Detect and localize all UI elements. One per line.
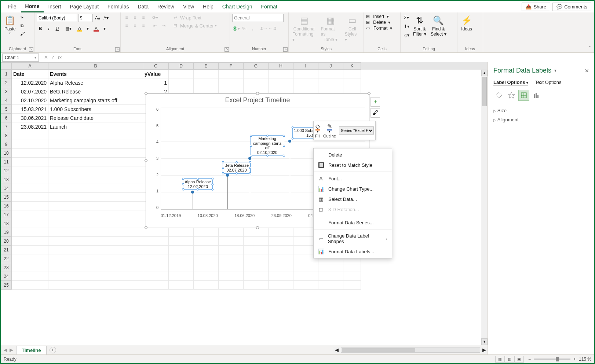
ctx-delete[interactable]: Delete xyxy=(314,150,392,160)
row-header[interactable]: 25 xyxy=(1,281,12,290)
clipboard-launcher[interactable]: ↘ xyxy=(29,47,33,52)
cell[interactable] xyxy=(48,228,143,237)
column-header[interactable]: E xyxy=(194,62,219,70)
cell[interactable]: Release Candidate xyxy=(48,114,143,122)
cell[interactable] xyxy=(12,281,48,290)
cell[interactable]: 02.10.2020 xyxy=(12,96,48,105)
chart-title[interactable]: Excel Project Timeline xyxy=(146,93,369,107)
cell[interactable] xyxy=(194,281,219,290)
cell[interactable]: Marketing campaign starts off xyxy=(48,96,143,105)
column-header[interactable]: I xyxy=(293,62,318,70)
row-header[interactable]: 21 xyxy=(1,246,12,254)
bold-button[interactable]: B xyxy=(37,25,44,32)
cell[interactable]: 30.06.2021 xyxy=(12,114,48,122)
cell[interactable] xyxy=(48,184,143,193)
sort-filter-button[interactable]: ⇅Sort &Filter ▾ xyxy=(412,14,428,38)
cell[interactable] xyxy=(48,272,143,281)
cell[interactable] xyxy=(48,246,143,254)
mini-series-selector[interactable]: Series "Excel Pr xyxy=(339,126,374,135)
cell[interactable] xyxy=(269,254,293,263)
cell[interactable] xyxy=(343,272,361,281)
cell[interactable] xyxy=(12,254,48,263)
cell[interactable] xyxy=(12,263,48,272)
cell[interactable] xyxy=(343,78,361,87)
cell[interactable]: Alpha Release xyxy=(48,78,143,87)
cell[interactable] xyxy=(48,202,143,210)
sheet-nav-prev[interactable]: ◀ xyxy=(4,347,7,353)
select-all-corner[interactable] xyxy=(1,62,12,70)
cell[interactable] xyxy=(143,272,169,281)
column-header[interactable]: H xyxy=(269,62,293,70)
row-header[interactable]: 17 xyxy=(1,210,12,219)
tab-data[interactable]: Data xyxy=(133,1,153,12)
cell[interactable]: 1.000 Subscribers xyxy=(48,105,143,114)
cell[interactable] xyxy=(318,78,343,87)
formula-input[interactable] xyxy=(65,54,594,62)
cell[interactable] xyxy=(48,149,143,158)
cell[interactable] xyxy=(194,237,219,246)
cell[interactable] xyxy=(318,70,343,78)
cell[interactable] xyxy=(219,272,244,281)
cell[interactable] xyxy=(12,193,48,202)
row-header[interactable]: 14 xyxy=(1,184,12,193)
cell[interactable] xyxy=(219,237,244,246)
column-header[interactable]: A xyxy=(12,62,48,70)
column-header[interactable]: G xyxy=(244,62,269,70)
cell[interactable]: 23.08.2021 xyxy=(12,122,48,131)
cell[interactable] xyxy=(244,228,269,237)
cell[interactable]: Launch xyxy=(48,122,143,131)
cell[interactable] xyxy=(169,272,194,281)
cell[interactable] xyxy=(244,272,269,281)
chart-data-point[interactable] xyxy=(248,157,251,160)
pane-tab-text-options[interactable]: Text Options xyxy=(535,80,561,85)
decrease-font-button[interactable]: A▾ xyxy=(102,14,110,22)
cell[interactable] xyxy=(343,281,361,290)
copy-button[interactable]: ⧉ xyxy=(19,22,26,29)
cell[interactable] xyxy=(48,210,143,219)
scroll-down-button[interactable]: ▼ xyxy=(481,338,488,345)
cell[interactable] xyxy=(244,281,269,290)
ctx-format-labels[interactable]: 📊Format Data Labels... xyxy=(314,246,392,257)
cell[interactable] xyxy=(269,78,293,87)
share-button[interactable]: 📤Share xyxy=(522,3,550,11)
cell[interactable] xyxy=(269,246,293,254)
enter-formula-icon[interactable]: ✓ xyxy=(51,55,55,60)
cell[interactable] xyxy=(194,70,219,78)
row-header[interactable]: 20 xyxy=(1,237,12,246)
pane-section-alignment[interactable]: Alignment xyxy=(493,115,589,124)
pane-icon-label-options[interactable] xyxy=(531,90,542,101)
view-normal-button[interactable]: ▦ xyxy=(495,356,505,363)
chart-data-label[interactable]: Marketing campaign starts off02.10.2020 xyxy=(251,135,284,156)
number-launcher[interactable]: ↘ xyxy=(283,47,288,52)
cell[interactable] xyxy=(244,237,269,246)
row-header[interactable]: 3 xyxy=(1,87,12,96)
ctx-format-series[interactable]: Format Data Series... xyxy=(314,218,392,228)
cell[interactable] xyxy=(293,272,318,281)
column-header[interactable]: C xyxy=(143,62,169,70)
comments-button[interactable]: 💬Comments xyxy=(552,3,591,11)
cell[interactable] xyxy=(219,228,244,237)
cell[interactable] xyxy=(219,70,244,78)
cell[interactable]: yValue xyxy=(143,70,169,78)
cell[interactable] xyxy=(318,281,343,290)
cell[interactable] xyxy=(293,70,318,78)
cell[interactable] xyxy=(169,78,194,87)
row-header[interactable]: 9 xyxy=(1,140,12,149)
font-color-button[interactable]: A xyxy=(92,25,100,32)
cell[interactable] xyxy=(219,254,244,263)
cell[interactable] xyxy=(12,219,48,228)
fill-color-button[interactable]: ◇ xyxy=(76,25,83,32)
cell[interactable] xyxy=(12,202,48,210)
cell[interactable] xyxy=(48,193,143,202)
cell[interactable] xyxy=(194,228,219,237)
cell[interactable] xyxy=(293,78,318,87)
zoom-in-button[interactable]: + xyxy=(573,357,576,362)
zoom-level-label[interactable]: 115 % xyxy=(579,357,591,362)
cell[interactable] xyxy=(194,254,219,263)
cells-delete-button[interactable]: ⊟ Delete ▾ xyxy=(366,20,390,25)
row-header[interactable]: 19 xyxy=(1,228,12,237)
column-header[interactable]: K xyxy=(343,62,361,70)
row-header[interactable]: 1 xyxy=(1,70,12,78)
cell[interactable] xyxy=(12,237,48,246)
cell[interactable] xyxy=(12,210,48,219)
